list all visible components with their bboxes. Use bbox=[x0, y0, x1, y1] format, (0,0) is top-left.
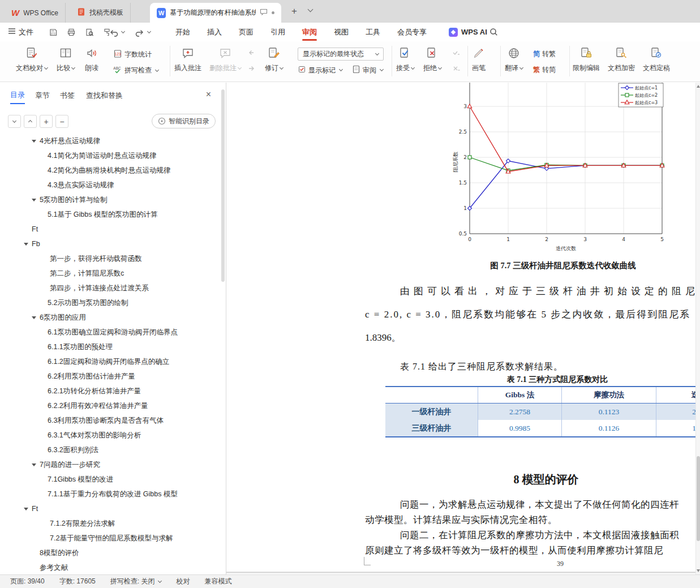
status-word-count[interactable]: 字数: 17605 bbox=[59, 577, 96, 586]
save-icon[interactable] bbox=[46, 25, 60, 39]
toc-item[interactable]: 7问题的进一步研究 bbox=[0, 457, 217, 472]
toc-item[interactable]: 6泵功图的应用 bbox=[0, 310, 217, 325]
print-icon[interactable] bbox=[65, 25, 78, 39]
figure-chart[interactable]: 0.511.522.53012345迭代次数阻尼系数起始点c=1起始点c=2起始… bbox=[450, 83, 673, 252]
tab-insert[interactable]: 插入 bbox=[199, 23, 230, 41]
toc-item[interactable]: Ft bbox=[0, 501, 217, 516]
toc-item[interactable]: 5泵功图的计算与绘制 bbox=[0, 192, 217, 207]
toc-collapse-arrow-icon[interactable] bbox=[24, 508, 28, 510]
toc-item[interactable]: 6.2.2利用有效冲程估算油井产量 bbox=[0, 398, 217, 413]
review-menu-button[interactable]: 审阅 bbox=[352, 65, 383, 75]
tab-page[interactable]: 页面 bbox=[230, 23, 262, 41]
toc-item[interactable]: 7.1Gibbs 模型的改进 bbox=[0, 472, 217, 487]
toc-collapse-arrow-icon[interactable] bbox=[32, 463, 36, 466]
toc-collapse-arrow-icon[interactable] bbox=[32, 316, 36, 319]
tab-member[interactable]: 会员专享 bbox=[389, 23, 435, 41]
to-simplified-button[interactable]: 繁 转简 bbox=[533, 65, 556, 75]
toc-item[interactable]: 6.2利用泵功图估计油井产量 bbox=[0, 369, 217, 384]
toc-item[interactable]: 第二步，计算阻尼系数c bbox=[0, 266, 217, 281]
scroll-up-icon[interactable] bbox=[697, 85, 700, 88]
search-button[interactable] bbox=[489, 23, 499, 41]
toc-item[interactable]: 6.1.2固定阀和游动阀开闭临界点的确立 bbox=[0, 354, 217, 369]
wps-ai-button[interactable]: WPS AI bbox=[449, 23, 487, 41]
tab-view[interactable]: 视图 bbox=[325, 23, 357, 41]
accept-button[interactable]: 接受 bbox=[396, 45, 414, 73]
panel-tab-toc[interactable]: 目录 bbox=[10, 87, 25, 104]
word-count-button[interactable]: 123 字数统计 bbox=[113, 49, 152, 60]
reject-button[interactable]: 拒绝 bbox=[423, 45, 441, 73]
toc-item[interactable]: 6.1.1泵功图的预处理 bbox=[0, 340, 217, 354]
print-preview-icon[interactable] bbox=[83, 25, 96, 39]
toc-item[interactable]: 5.2示功图与泵功图的绘制 bbox=[0, 295, 217, 310]
toc-item[interactable]: 4光杆悬点运动规律 bbox=[0, 134, 217, 148]
toc-item[interactable]: 第一步，获得光杆动载荷函数 bbox=[0, 251, 217, 266]
spell-check-button[interactable]: ABC 拼写检查 bbox=[113, 65, 158, 76]
redo-button[interactable] bbox=[135, 23, 151, 41]
doc-encrypt-button[interactable]: 文档加密 bbox=[608, 45, 635, 73]
reject-next-button[interactable] bbox=[452, 64, 461, 73]
toc-item[interactable]: 7.1.1基于重力分布载荷的改进 Gibbs 模型 bbox=[0, 487, 217, 501]
read-aloud-button[interactable]: 朗读 bbox=[85, 45, 98, 73]
smart-toc-button[interactable]: 智能识别目录 bbox=[152, 114, 216, 128]
delete-comment-button[interactable]: 删除批注 bbox=[209, 45, 241, 73]
toc-collapse-all-button[interactable] bbox=[24, 115, 37, 128]
panel-close-icon[interactable]: × bbox=[206, 89, 211, 100]
toc-expand-all-button[interactable] bbox=[8, 115, 21, 128]
toc-item[interactable]: Ft bbox=[0, 222, 217, 237]
toc-item[interactable]: 6.3.2面积判别法 bbox=[0, 443, 217, 457]
toc-item[interactable]: 参考文献 bbox=[0, 560, 217, 574]
scrollbar-thumb[interactable] bbox=[697, 456, 700, 541]
doc-finalize-button[interactable]: 文档定稿 bbox=[643, 45, 670, 73]
to-traditional-button[interactable]: 简 转繁 bbox=[533, 49, 556, 59]
toc-collapse-arrow-icon[interactable] bbox=[32, 199, 36, 201]
markup-state-select[interactable]: 显示标记的最终状态 bbox=[298, 48, 384, 61]
toc-item[interactable]: 4.1简化为简谐运动时悬点运动规律 bbox=[0, 148, 217, 163]
tab-reference[interactable]: 引用 bbox=[262, 23, 294, 41]
toc-item[interactable]: 6.2.1功转化分析估算油井产量 bbox=[0, 384, 217, 398]
tab-document[interactable]: W 基于功能原理的有杆抽油系统... bbox=[150, 3, 281, 23]
insert-comment-button[interactable]: 插入批注 bbox=[174, 45, 201, 73]
status-compat-mode[interactable]: 兼容模式 bbox=[204, 577, 231, 586]
toc-zoom-out-button[interactable]: − bbox=[55, 115, 68, 128]
tab-template-store[interactable]: 找稿壳模板 bbox=[70, 3, 131, 23]
toc-item[interactable]: 6.3.1气体对泵功图的影响分析 bbox=[0, 428, 217, 443]
scroll-down-icon[interactable] bbox=[697, 569, 700, 572]
new-tab-button[interactable]: + bbox=[291, 6, 297, 17]
track-changes-button[interactable]: 修订 bbox=[265, 45, 283, 73]
panel-tab-find-replace[interactable]: 查找和替换 bbox=[86, 87, 123, 104]
panel-tab-chapters[interactable]: 章节 bbox=[35, 87, 50, 104]
comment-bubble-icon[interactable] bbox=[260, 8, 268, 18]
sidebar-scrollbar-thumb[interactable] bbox=[221, 89, 225, 282]
toc-item[interactable]: 5.1基于 Gibbs 模型的泵功图的计算 bbox=[0, 207, 217, 222]
document-scrollbar[interactable] bbox=[695, 83, 700, 574]
next-comment-button[interactable] bbox=[247, 64, 256, 73]
doc-proof-button[interactable]: 文档校对 bbox=[16, 45, 48, 73]
toc-item[interactable]: 6.3利用泵功图诊断泵内是否含有气体 bbox=[0, 413, 217, 428]
status-spell-check[interactable]: 拼写检查: 关闭 bbox=[110, 577, 162, 586]
prev-comment-button[interactable] bbox=[247, 48, 256, 57]
file-menu[interactable]: 文件 bbox=[8, 23, 33, 41]
show-markup-button[interactable]: 显示标记 bbox=[298, 65, 342, 75]
toc-collapse-arrow-icon[interactable] bbox=[24, 243, 28, 246]
toc-item[interactable]: 4.2简化为曲柄滑块机构时悬点运动规律 bbox=[0, 163, 217, 178]
tab-wps-office[interactable]: W WPS Office bbox=[5, 3, 66, 23]
toc-item[interactable]: 7.1.2有限差分法求解 bbox=[0, 516, 217, 531]
toc-item[interactable]: 第四步，计算连接点处过渡关系 bbox=[0, 281, 217, 295]
undo-chevron-icon[interactable] bbox=[121, 29, 125, 33]
toc-item[interactable]: Fb bbox=[0, 237, 217, 251]
toc-item[interactable]: 7.2基于能量守恒的阻尼系数模型与求解 bbox=[0, 531, 217, 546]
tab-tools[interactable]: 工具 bbox=[357, 23, 389, 41]
tab-start[interactable]: 开始 bbox=[167, 23, 199, 41]
compare-button[interactable]: 比较 bbox=[57, 45, 75, 73]
status-page-count[interactable]: 页面: 39/40 bbox=[10, 577, 45, 586]
panel-tab-bookmarks[interactable]: 书签 bbox=[60, 87, 75, 104]
document-page[interactable]: 0.511.522.53012345迭代次数阻尼系数起始点c=1起始点c=2起始… bbox=[226, 83, 696, 574]
toc-collapse-arrow-icon[interactable] bbox=[32, 140, 36, 143]
tab-list-chevron-icon[interactable] bbox=[308, 7, 314, 12]
toc-item[interactable]: 6.1泵功图确立固定阀和游动阀开闭临界点 bbox=[0, 325, 217, 340]
status-proofread[interactable]: 校对 bbox=[176, 577, 190, 586]
restrict-edit-button[interactable]: 限制编辑 bbox=[573, 45, 600, 73]
translate-button[interactable]: 翻译 bbox=[505, 45, 523, 73]
accept-next-button[interactable] bbox=[452, 48, 461, 57]
undo-button[interactable] bbox=[109, 23, 124, 41]
